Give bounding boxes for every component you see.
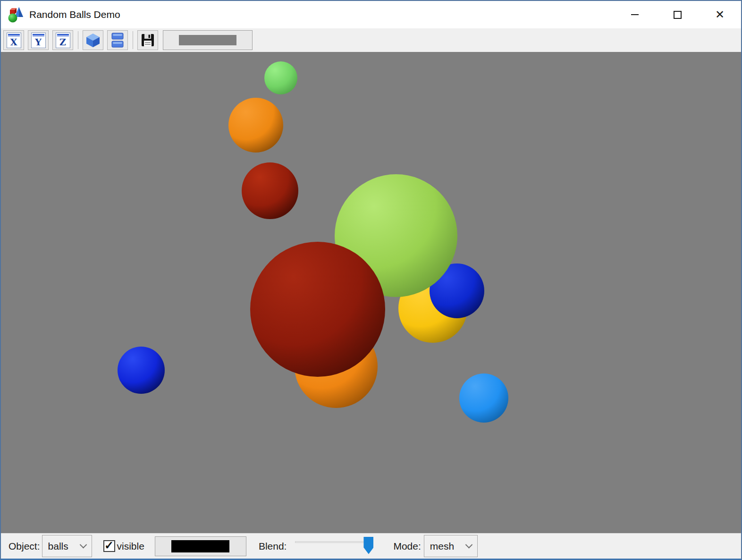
object-color-swatch (171, 540, 229, 552)
view-y-button[interactable]: Y (28, 30, 49, 50)
close-button[interactable]: ✕ (699, 1, 741, 28)
chevron-down-icon (465, 541, 473, 549)
background-color-swatch (179, 35, 236, 45)
blend-slider[interactable] (295, 537, 373, 556)
blend-slider-thumb[interactable] (363, 537, 373, 554)
save-button[interactable] (137, 30, 158, 50)
ball-green-small (264, 61, 297, 94)
y-axis-view-icon: Y (31, 33, 46, 48)
save-icon (140, 33, 155, 48)
visible-label: visible (117, 541, 144, 552)
blend-slider-track (295, 541, 373, 543)
z-axis-view-icon: Z (56, 33, 70, 48)
view-z-button[interactable]: Z (52, 30, 73, 50)
maximize-button[interactable] (656, 1, 699, 28)
background-color-button[interactable] (163, 30, 253, 50)
object-color-button[interactable] (155, 536, 246, 556)
toolbar: X Y Z (1, 28, 741, 52)
object-select-value: balls (48, 541, 68, 552)
ball-darkred-large (250, 242, 385, 377)
ball-lightblue (459, 373, 508, 423)
ball-darkred-small (242, 162, 298, 219)
toolbar-separator (133, 31, 133, 49)
app-window: Random Balls Demo ✕ X Y (0, 0, 742, 560)
close-icon: ✕ (715, 9, 725, 20)
window-controls: ✕ (614, 1, 741, 28)
ball-blue-left (118, 347, 165, 394)
mode-label: Mode: (393, 541, 421, 552)
title-bar: Random Balls Demo ✕ (1, 1, 741, 28)
x-axis-view-icon: X (7, 33, 21, 48)
chevron-down-icon (79, 541, 87, 549)
blend-label: Blend: (259, 541, 287, 552)
window-title: Random Balls Demo (29, 9, 120, 20)
mode-select-value: mesh (430, 541, 454, 552)
status-bar: Object: balls ✓ visible Blend: Mode: mes… (1, 533, 741, 559)
mode-select[interactable]: mesh (424, 535, 478, 557)
split-view-button[interactable] (107, 30, 128, 50)
view-x-button[interactable]: X (3, 30, 24, 50)
split-view-icon (110, 32, 125, 48)
cube-view-icon (85, 32, 101, 48)
object-label: Object: (8, 541, 40, 552)
app-logo-icon (7, 6, 25, 24)
maximize-icon (674, 11, 682, 19)
minimize-icon (631, 14, 639, 15)
gl-viewport[interactable] (1, 52, 741, 533)
perspective-view-button[interactable] (83, 30, 103, 50)
visible-checkbox[interactable]: ✓ (103, 540, 115, 552)
ball-orange-top (228, 98, 283, 153)
object-select[interactable]: balls (42, 535, 92, 557)
minimize-button[interactable] (614, 1, 656, 28)
toolbar-separator (78, 31, 78, 49)
